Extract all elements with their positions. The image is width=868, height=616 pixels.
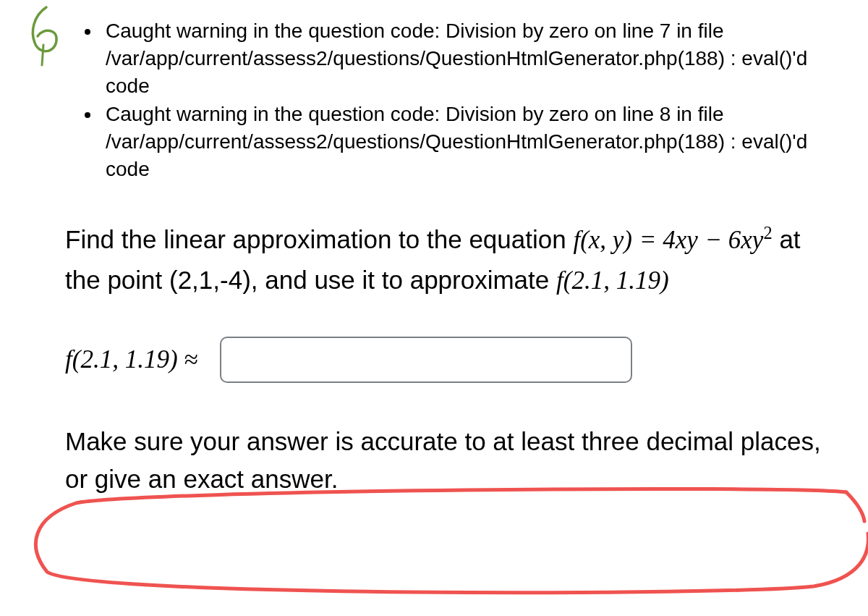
problem-statement: Find the linear approximation to the equ… — [65, 219, 825, 300]
math-fxy: f(x, y) — [573, 226, 632, 254]
answer-input[interactable] — [220, 337, 632, 383]
problem-intro: Find the linear approximation to the equ… — [65, 225, 573, 253]
warning-item: Caught warning in the question code: Div… — [101, 17, 825, 99]
approx-symbol: ≈ — [178, 345, 198, 374]
math-eq: = — [639, 226, 663, 254]
math-term2-base: 6xy — [728, 226, 764, 254]
warning-item: Caught warning in the question code: Div… — [101, 101, 825, 182]
hand-circle-annotation — [25, 481, 868, 604]
math-approx-expr: f(2.1, 1.19) — [556, 266, 669, 295]
hand-annotation-6 — [17, 3, 68, 68]
warning-list: Caught warning in the question code: Div… — [101, 17, 825, 183]
math-term2-exp: 2 — [763, 223, 772, 242]
accuracy-note: Make sure your answer is accurate to at … — [65, 423, 825, 499]
math-minus: − — [705, 226, 728, 254]
answer-expr: f(2.1, 1.19) — [65, 345, 178, 374]
answer-label: f(2.1, 1.19) ≈ — [65, 345, 198, 374]
math-term1: 4xy — [663, 226, 698, 254]
answer-row: f(2.1, 1.19) ≈ — [65, 337, 825, 383]
